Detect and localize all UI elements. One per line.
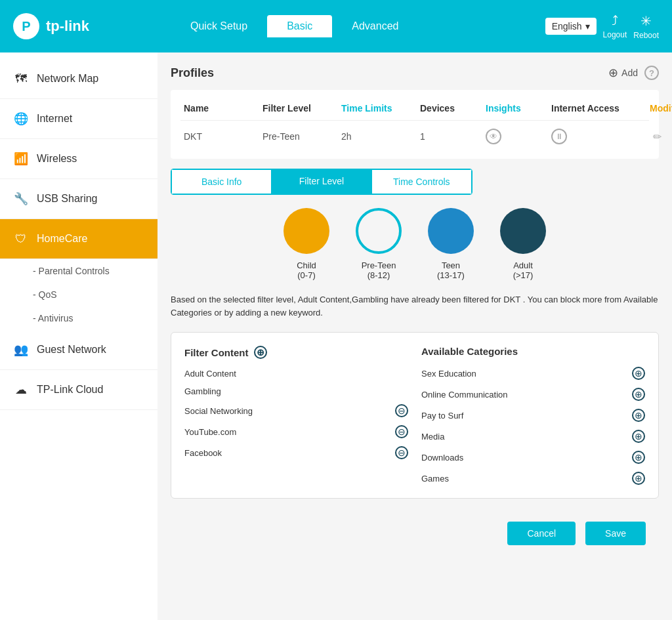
row-time-limits: 2h — [341, 131, 420, 142]
filter-circle-preteen[interactable]: Pre-Teen(8-12) — [356, 208, 402, 280]
header-right: English ▾ ⤴ Logout ✳ Reboot — [545, 13, 659, 40]
remove-facebook-icon[interactable]: ⊖ — [395, 446, 408, 459]
col-filter-level: Filter Level — [262, 103, 341, 114]
filter-circle-child[interactable]: Child(0-7) — [284, 208, 329, 280]
qos-label: - QoS — [33, 289, 57, 300]
list-item: Games ⊕ — [421, 472, 645, 485]
adult-circle — [500, 208, 546, 254]
edit-icon[interactable]: ✏ — [650, 129, 664, 144]
wireless-icon: 📶 — [13, 151, 29, 167]
logo-text: tp-link — [46, 18, 89, 35]
sidebar-item-wireless[interactable]: 📶 Wireless — [0, 139, 158, 179]
add-games-icon[interactable]: ⊕ — [632, 472, 645, 485]
internet-icon: 🌐 — [13, 111, 29, 127]
row-internet-access-cell: ⏸ — [551, 129, 650, 144]
avail-sex-education: Sex Education — [421, 369, 476, 379]
tab-advanced[interactable]: Advanced — [332, 15, 418, 37]
list-item: Pay to Surf ⊕ — [421, 409, 645, 422]
filter-item-adult-content: Adult Content — [184, 369, 236, 379]
pause-icon[interactable]: ⏸ — [551, 129, 567, 144]
profiles-table: Name Filter Level Time Limits Devices In… — [171, 90, 659, 159]
list-item: Sex Education ⊕ — [421, 367, 645, 380]
help-icon[interactable]: ? — [644, 66, 659, 80]
sidebar-item-internet[interactable]: 🌐 Internet — [0, 99, 158, 139]
add-media-icon[interactable]: ⊕ — [632, 430, 645, 443]
tab-filter-level[interactable]: Filter Level — [272, 169, 371, 194]
tab-basic-info[interactable]: Basic Info — [171, 169, 272, 194]
list-item: Facebook ⊖ — [184, 446, 408, 459]
remove-youtube-icon[interactable]: ⊖ — [395, 425, 408, 438]
filter-circle-adult[interactable]: Adult(>17) — [500, 208, 546, 280]
sidebar-label-internet: Internet — [37, 113, 72, 125]
reboot-button[interactable]: ✳ Reboot — [633, 13, 659, 40]
filter-item-gambling: Gambling — [184, 386, 221, 396]
avail-pay-to-surf: Pay to Surf — [421, 411, 463, 421]
tp-link-cloud-icon: ☁ — [13, 382, 29, 398]
antivirus-label: - Antivirus — [33, 313, 73, 323]
usb-icon: 🔧 — [13, 191, 29, 207]
network-map-icon: 🗺 — [13, 71, 29, 87]
sidebar-sub-antivirus[interactable]: - Antivirus — [0, 306, 158, 330]
main-content: Profiles ⊕ Add ? Name Filter Level Time … — [158, 52, 672, 620]
language-selector[interactable]: English ▾ — [545, 18, 597, 35]
add-pay-to-surf-icon[interactable]: ⊕ — [632, 409, 645, 422]
tab-time-controls[interactable]: Time Controls — [371, 169, 472, 194]
filter-items-list: Adult Content Gambling Social Networking… — [184, 369, 408, 459]
table-header: Name Filter Level Time Limits Devices In… — [180, 96, 649, 121]
nav-tabs: Quick Setup Basic Advanced — [171, 15, 545, 37]
filter-circle-teen[interactable]: Teen(13-17) — [428, 208, 474, 280]
child-circle — [284, 208, 329, 254]
tab-basic[interactable]: Basic — [267, 15, 332, 37]
list-item: Social Networking ⊖ — [184, 404, 408, 417]
sidebar-item-tp-link-cloud[interactable]: ☁ TP-Link Cloud — [0, 370, 158, 410]
filter-content-add-icon[interactable]: ⊕ — [254, 346, 267, 359]
sidebar-item-usb-sharing[interactable]: 🔧 USB Sharing — [0, 179, 158, 219]
preteen-circle — [356, 208, 402, 254]
col-insights: Insights — [486, 103, 551, 114]
sidebar-item-network-map[interactable]: 🗺 Network Map — [0, 59, 158, 99]
sidebar-label-network-map: Network Map — [37, 73, 98, 85]
profiles-header: Profiles ⊕ Add ? — [171, 66, 659, 80]
chevron-down-icon: ▾ — [585, 21, 590, 31]
profile-tabs: Basic Info Filter Level Time Controls — [171, 169, 472, 195]
row-modify-cell: ✏ 🗑 — [650, 129, 672, 144]
tab-quick-setup[interactable]: Quick Setup — [171, 15, 267, 37]
available-items-list: Sex Education ⊕ Online Communication ⊕ P… — [421, 367, 645, 485]
eye-icon[interactable]: 👁 — [486, 129, 501, 144]
filter-info-text: Based on the selected filter level, Adul… — [171, 293, 659, 319]
add-downloads-icon[interactable]: ⊕ — [632, 451, 645, 464]
language-value: English — [552, 21, 582, 31]
col-internet-access: Internet Access — [551, 103, 650, 114]
remove-social-networking-icon[interactable]: ⊖ — [395, 404, 408, 417]
sidebar-item-homecare[interactable]: 🛡 HomeCare — [0, 219, 158, 259]
reboot-icon: ✳ — [640, 13, 652, 29]
profiles-title: Profiles — [171, 66, 214, 80]
add-label: Add — [621, 68, 638, 78]
guest-network-icon: 👥 — [13, 342, 29, 358]
filter-circles: Child(0-7) Pre-Teen(8-12) Teen(13-17) Ad… — [171, 208, 659, 280]
filter-item-facebook: Facebook — [184, 448, 222, 458]
save-button[interactable]: Save — [585, 522, 646, 545]
logout-icon: ⤴ — [612, 13, 618, 28]
sidebar-sub-qos[interactable]: - QoS — [0, 283, 158, 306]
col-name: Name — [184, 103, 262, 114]
available-categories-title: Available Categories — [421, 346, 645, 357]
sidebar-item-guest-network[interactable]: 👥 Guest Network — [0, 330, 158, 370]
add-profile-button[interactable]: ⊕ Add — [608, 66, 638, 80]
list-item: Downloads ⊕ — [421, 451, 645, 464]
logout-button[interactable]: ⤴ Logout — [603, 13, 627, 39]
add-sex-education-icon[interactable]: ⊕ — [632, 367, 645, 380]
sidebar-label-tp-link-cloud: TP-Link Cloud — [37, 384, 103, 396]
avail-downloads: Downloads — [421, 453, 463, 463]
sidebar-sub-parental-controls[interactable]: - Parental Controls — [0, 259, 158, 283]
bottom-actions: Cancel Save — [171, 512, 659, 555]
homecare-icon: 🛡 — [13, 231, 29, 247]
add-online-communication-icon[interactable]: ⊕ — [632, 388, 645, 401]
filter-panel: Filter Content ⊕ Adult Content Gambling … — [171, 332, 659, 499]
cancel-button[interactable]: Cancel — [507, 522, 576, 545]
row-name: DKT — [184, 131, 262, 142]
row-insights-cell: 👁 — [486, 129, 551, 144]
header: P tp-link Quick Setup Basic Advanced Eng… — [0, 0, 672, 52]
delete-icon[interactable]: 🗑 — [669, 129, 672, 144]
list-item: Media ⊕ — [421, 430, 645, 443]
